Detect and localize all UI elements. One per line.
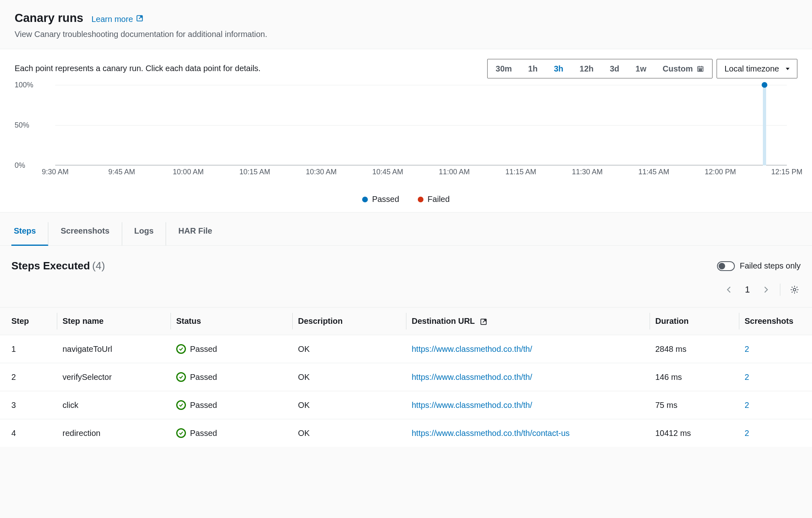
time-range-custom-label: Custom — [663, 64, 693, 74]
screenshots-link[interactable]: 2 — [745, 429, 749, 438]
cell-step: 1 — [0, 335, 57, 363]
data-point-dot[interactable] — [762, 82, 767, 88]
y-tick-50: 50% — [15, 121, 29, 130]
status-passed-icon — [176, 400, 186, 410]
external-link-icon — [136, 14, 144, 24]
page-next-button[interactable] — [760, 284, 772, 296]
cell-screenshots: 2 — [739, 419, 812, 447]
cell-description: OK — [292, 391, 406, 419]
legend-passed: Passed — [362, 195, 399, 204]
x-tick: 10:30 AM — [306, 168, 337, 176]
cell-step: 3 — [0, 391, 57, 419]
steps-header: Steps Executed (4) Failed steps only — [0, 246, 812, 272]
time-range-group: 30m1h3h12h3d1w Custom — [487, 59, 713, 78]
destination-url-link[interactable]: https://www.classmethod.co.th/th/ — [412, 345, 532, 353]
cell-description: OK — [292, 419, 406, 447]
destination-url-link[interactable]: https://www.classmethod.co.th/th/ — [412, 373, 532, 381]
cell-step: 4 — [0, 419, 57, 447]
legend-passed-label: Passed — [372, 195, 399, 204]
svg-point-3 — [700, 69, 701, 70]
cell-duration: 2848 ms — [650, 335, 739, 363]
col-header-url[interactable]: Destination URL — [406, 308, 650, 335]
svg-point-6 — [700, 70, 701, 71]
screenshots-link[interactable]: 2 — [745, 401, 749, 410]
legend-dot-failed-icon — [418, 197, 423, 202]
destination-url-link[interactable]: https://www.classmethod.co.th/th/ — [412, 401, 532, 410]
cell-duration: 146 ms — [650, 363, 739, 391]
x-tick: 9:45 AM — [108, 168, 135, 176]
cell-name: navigateToUrl — [57, 335, 171, 363]
destination-url-link[interactable]: https://www.classmethod.co.th/th/contact… — [412, 429, 570, 438]
col-header-step[interactable]: Step — [0, 308, 57, 335]
page-number: 1 — [741, 284, 754, 295]
cell-url: https://www.classmethod.co.th/th/ — [406, 363, 650, 391]
col-header-screenshots[interactable]: Screenshots — [739, 308, 812, 335]
table-row[interactable]: 3clickPassedOKhttps://www.classmethod.co… — [0, 391, 812, 419]
tab-logs[interactable]: Logs — [122, 222, 166, 245]
cell-url: https://www.classmethod.co.th/th/contact… — [406, 419, 650, 447]
chart-legend: Passed Failed — [15, 178, 797, 207]
x-tick: 11:00 AM — [439, 168, 470, 176]
cell-status: Passed — [171, 419, 292, 447]
x-axis-labels: 9:30 AM9:45 AM10:00 AM10:15 AM10:30 AM10… — [55, 168, 787, 178]
chart-section: Each point represents a canary run. Clic… — [0, 49, 812, 212]
cell-screenshots: 2 — [739, 335, 812, 363]
learn-more-link[interactable]: Learn more — [91, 14, 143, 24]
screenshots-link[interactable]: 2 — [745, 345, 749, 353]
tab-har-file[interactable]: HAR File — [166, 222, 224, 245]
svg-point-4 — [702, 69, 702, 70]
x-tick: 11:45 AM — [638, 168, 669, 176]
legend-failed-label: Failed — [428, 195, 449, 204]
cell-status: Passed — [171, 391, 292, 419]
table-row[interactable]: 2verifySelectorPassedOKhttps://www.class… — [0, 363, 812, 391]
time-range-3h[interactable]: 3h — [546, 59, 571, 78]
failed-only-toggle[interactable]: Failed steps only — [717, 261, 801, 271]
timezone-select[interactable]: Local timezone — [717, 59, 797, 78]
x-tick: 10:45 AM — [372, 168, 403, 176]
chart-description: Each point represents a canary run. Clic… — [15, 59, 261, 73]
page-prev-button[interactable] — [723, 284, 735, 296]
cell-duration: 75 ms — [650, 391, 739, 419]
col-header-duration[interactable]: Duration — [650, 308, 739, 335]
svg-point-2 — [699, 69, 700, 70]
col-header-description[interactable]: Description — [292, 308, 406, 335]
cell-screenshots: 2 — [739, 363, 812, 391]
screenshots-link[interactable]: 2 — [745, 373, 749, 381]
time-range-1w[interactable]: 1w — [627, 59, 654, 78]
svg-point-8 — [793, 288, 796, 291]
settings-gear-button[interactable] — [788, 284, 801, 296]
failed-only-label: Failed steps only — [740, 261, 801, 271]
steps-count: (4) — [92, 260, 105, 272]
time-range-12h[interactable]: 12h — [572, 59, 602, 78]
col-header-name[interactable]: Step name — [57, 308, 171, 335]
status-label: Passed — [190, 373, 217, 382]
cell-duration: 10412 ms — [650, 419, 739, 447]
x-tick: 12:15 PM — [771, 168, 802, 176]
table-header-row: Step Step name Status Description Destin… — [0, 308, 812, 335]
timezone-label: Local timezone — [724, 64, 779, 74]
time-range-30m[interactable]: 30m — [488, 59, 520, 78]
learn-more-label: Learn more — [91, 15, 133, 24]
data-point-bar[interactable] — [763, 85, 766, 165]
tab-steps[interactable]: Steps — [11, 222, 48, 246]
svg-point-5 — [699, 70, 700, 71]
cell-status: Passed — [171, 363, 292, 391]
chart-plot[interactable]: 100% 50% 0% 9:30 AM9:45 AM10:00 AM10:15 … — [15, 85, 797, 178]
status-passed-icon — [176, 372, 186, 382]
col-header-url-label: Destination URL — [412, 316, 475, 325]
table-row[interactable]: 1navigateToUrlPassedOKhttps://www.classm… — [0, 335, 812, 363]
y-tick-100: 100% — [15, 81, 33, 89]
calendar-icon — [697, 65, 704, 72]
x-tick: 9:30 AM — [42, 168, 69, 176]
table-row[interactable]: 4redirectionPassedOKhttps://www.classmet… — [0, 419, 812, 447]
status-label: Passed — [190, 345, 217, 354]
tab-screenshots[interactable]: Screenshots — [48, 222, 122, 245]
col-header-status[interactable]: Status — [171, 308, 292, 335]
chart-plot-inner[interactable] — [55, 85, 787, 165]
legend-failed: Failed — [418, 195, 449, 204]
time-range-custom[interactable]: Custom — [654, 59, 712, 78]
y-tick-0: 0% — [15, 161, 25, 170]
time-range-3d[interactable]: 3d — [602, 59, 627, 78]
steps-title: Steps Executed — [11, 260, 90, 272]
time-range-1h[interactable]: 1h — [520, 59, 546, 78]
